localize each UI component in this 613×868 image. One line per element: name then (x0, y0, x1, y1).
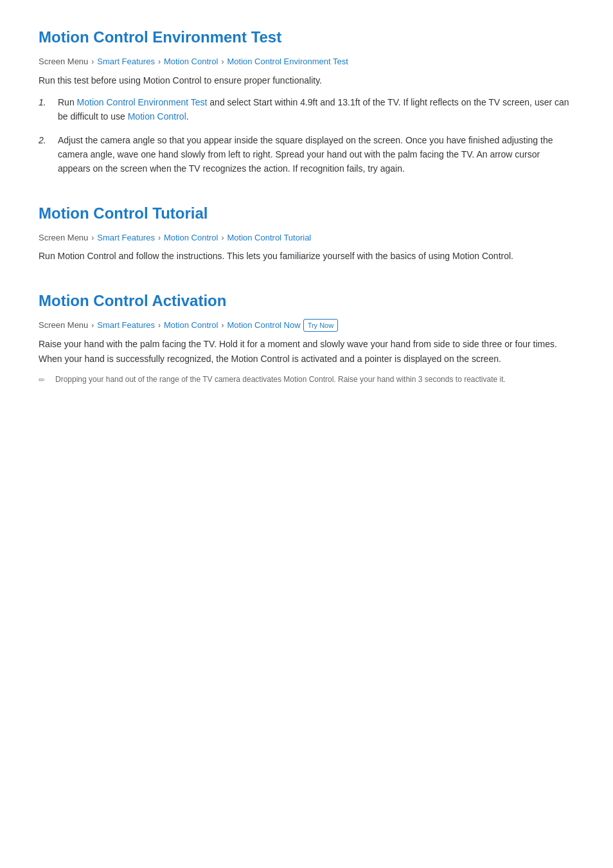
breadcrumb-motion-control-now[interactable]: Motion Control Now (227, 319, 300, 332)
breadcrumb-3: Screen Menu › Smart Features › Motion Co… (39, 319, 574, 332)
pencil-icon: ✏ (39, 374, 49, 386)
breadcrumb-motion-control-3[interactable]: Motion Control (164, 319, 218, 332)
section3-description: Raise your hand with the palm facing the… (39, 337, 574, 366)
breadcrumb-smart-features-3[interactable]: Smart Features (97, 319, 155, 332)
section2-title: Motion Control Tutorial (39, 202, 574, 225)
try-now-badge[interactable]: Try Now (303, 319, 339, 332)
breadcrumb-sep-1: › (91, 56, 94, 68)
breadcrumb-2: Screen Menu › Smart Features › Motion Co… (39, 231, 574, 244)
breadcrumb-1: Screen Menu › Smart Features › Motion Co… (39, 55, 574, 68)
list-item-2: 2. Adjust the camera angle so that you a… (39, 133, 574, 176)
section-tutorial: Motion Control Tutorial Screen Menu › Sm… (39, 202, 574, 264)
section1-description: Run this test before using Motion Contro… (39, 73, 574, 87)
list-item-1: 1. Run Motion Control Environment Test a… (39, 95, 574, 124)
breadcrumb-sep-6: › (221, 232, 224, 244)
breadcrumb-screen-menu-2: Screen Menu (39, 231, 88, 244)
section1-title: Motion Control Environment Test (39, 26, 574, 49)
section-activation: Motion Control Activation Screen Menu › … (39, 289, 574, 386)
breadcrumb-smart-features-2[interactable]: Smart Features (97, 231, 155, 244)
breadcrumb-tutorial[interactable]: Motion Control Tutorial (227, 231, 311, 244)
section1-list: 1. Run Motion Control Environment Test a… (39, 95, 574, 176)
link-env-test[interactable]: Motion Control Environment Test (77, 97, 208, 107)
breadcrumb-screen-menu: Screen Menu (39, 55, 88, 68)
breadcrumb-motion-control-2[interactable]: Motion Control (164, 231, 218, 244)
breadcrumb-motion-control-1[interactable]: Motion Control (164, 55, 218, 68)
breadcrumb-sep-9: › (221, 320, 224, 331)
note-item: ✏ Dropping your hand out of the range of… (39, 374, 574, 386)
section3-title: Motion Control Activation (39, 289, 574, 312)
breadcrumb-sep-7: › (91, 320, 94, 331)
section2-description: Run Motion Control and follow the instru… (39, 249, 574, 263)
breadcrumb-screen-menu-3: Screen Menu (39, 319, 88, 332)
link-motion-control-inline[interactable]: Motion Control (128, 111, 186, 122)
breadcrumb-sep-5: › (158, 232, 161, 244)
breadcrumb-sep-3: › (221, 56, 224, 68)
list-content-1: Run Motion Control Environment Test and … (58, 95, 574, 124)
list-number-2: 2. (39, 133, 51, 176)
list-content-2: Adjust the camera angle so that you appe… (58, 133, 574, 176)
breadcrumb-smart-features-1[interactable]: Smart Features (97, 55, 155, 68)
list-number-1: 1. (39, 95, 51, 124)
breadcrumb-sep-2: › (158, 56, 161, 68)
section-environment-test: Motion Control Environment Test Screen M… (39, 26, 574, 176)
breadcrumb-sep-4: › (91, 232, 94, 244)
note-text: Dropping your hand out of the range of t… (55, 374, 574, 386)
breadcrumb-sep-8: › (158, 320, 161, 331)
breadcrumb-env-test[interactable]: Motion Control Environment Test (227, 55, 348, 68)
